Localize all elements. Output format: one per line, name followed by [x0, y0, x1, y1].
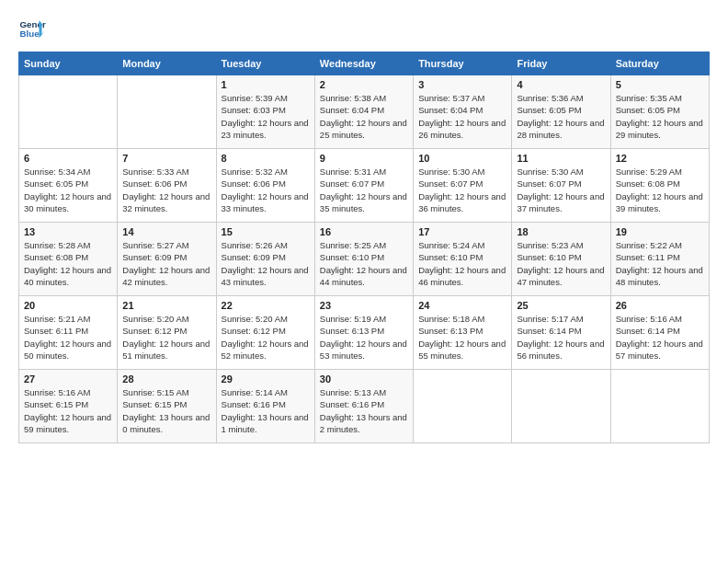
day-info: Sunrise: 5:30 AM Sunset: 6:07 PM Dayligh… [517, 166, 605, 214]
day-info: Sunrise: 5:19 AM Sunset: 6:13 PM Dayligh… [320, 313, 408, 362]
day-info: Sunrise: 5:35 AM Sunset: 6:05 PM Dayligh… [616, 92, 704, 141]
calendar-week-3: 13Sunrise: 5:28 AM Sunset: 6:08 PM Dayli… [19, 223, 710, 296]
calendar-cell: 14Sunrise: 5:27 AM Sunset: 6:09 PM Dayli… [118, 223, 216, 296]
calendar-week-1: 1Sunrise: 5:39 AM Sunset: 6:03 PM Daylig… [19, 75, 710, 149]
logo: General Blue [18, 15, 50, 42]
day-number: 26 [616, 300, 704, 311]
day-number: 3 [418, 79, 506, 90]
day-info: Sunrise: 5:27 AM Sunset: 6:09 PM Dayligh… [122, 239, 210, 288]
calendar-cell: 19Sunrise: 5:22 AM Sunset: 6:11 PM Dayli… [610, 223, 709, 296]
calendar-cell: 17Sunrise: 5:24 AM Sunset: 6:10 PM Dayli… [414, 223, 512, 296]
weekday-header-row: SundayMondayTuesdayWednesdayThursdayFrid… [19, 52, 710, 75]
day-number: 10 [418, 153, 506, 164]
calendar-cell: 26Sunrise: 5:16 AM Sunset: 6:14 PM Dayli… [610, 296, 709, 370]
calendar-cell: 1Sunrise: 5:39 AM Sunset: 6:03 PM Daylig… [216, 75, 314, 149]
day-info: Sunrise: 5:20 AM Sunset: 6:12 PM Dayligh… [122, 313, 210, 362]
calendar-cell: 30Sunrise: 5:13 AM Sunset: 6:16 PM Dayli… [314, 370, 413, 443]
calendar-cell: 3Sunrise: 5:37 AM Sunset: 6:04 PM Daylig… [414, 75, 512, 149]
calendar-cell [512, 370, 610, 443]
day-number: 1 [222, 79, 310, 90]
day-info: Sunrise: 5:38 AM Sunset: 6:04 PM Dayligh… [320, 92, 408, 141]
day-number: 8 [222, 153, 310, 164]
day-info: Sunrise: 5:29 AM Sunset: 6:08 PM Dayligh… [616, 166, 704, 214]
calendar-cell: 10Sunrise: 5:30 AM Sunset: 6:07 PM Dayli… [414, 149, 512, 223]
day-number: 27 [24, 373, 112, 385]
day-info: Sunrise: 5:37 AM Sunset: 6:04 PM Dayligh… [418, 92, 506, 141]
day-info: Sunrise: 5:36 AM Sunset: 6:05 PM Dayligh… [517, 92, 605, 141]
calendar-cell: 25Sunrise: 5:17 AM Sunset: 6:14 PM Dayli… [512, 296, 610, 370]
day-number: 17 [418, 226, 506, 237]
day-number: 30 [320, 373, 408, 385]
svg-text:General: General [20, 19, 47, 29]
day-info: Sunrise: 5:18 AM Sunset: 6:13 PM Dayligh… [418, 313, 506, 362]
day-number: 15 [222, 226, 310, 237]
day-number: 12 [616, 153, 704, 164]
day-info: Sunrise: 5:26 AM Sunset: 6:09 PM Dayligh… [222, 239, 310, 288]
day-number: 28 [122, 373, 210, 385]
weekday-header-wednesday: Wednesday [314, 52, 413, 75]
svg-text:Blue: Blue [20, 29, 40, 39]
day-number: 21 [122, 300, 210, 311]
day-number: 6 [24, 153, 112, 164]
weekday-header-thursday: Thursday [414, 52, 512, 75]
day-number: 11 [517, 153, 605, 164]
calendar-cell: 20Sunrise: 5:21 AM Sunset: 6:11 PM Dayli… [19, 296, 118, 370]
calendar-cell: 27Sunrise: 5:16 AM Sunset: 6:15 PM Dayli… [19, 370, 118, 443]
day-info: Sunrise: 5:30 AM Sunset: 6:07 PM Dayligh… [418, 166, 506, 214]
calendar-cell [610, 370, 709, 443]
weekday-header-monday: Monday [118, 52, 216, 75]
day-number: 13 [24, 226, 112, 237]
calendar-cell: 6Sunrise: 5:34 AM Sunset: 6:05 PM Daylig… [19, 149, 118, 223]
day-info: Sunrise: 5:24 AM Sunset: 6:10 PM Dayligh… [418, 239, 506, 288]
weekday-header-saturday: Saturday [610, 52, 709, 75]
day-info: Sunrise: 5:32 AM Sunset: 6:06 PM Dayligh… [222, 166, 310, 214]
day-info: Sunrise: 5:28 AM Sunset: 6:08 PM Dayligh… [24, 239, 112, 288]
calendar-cell: 4Sunrise: 5:36 AM Sunset: 6:05 PM Daylig… [512, 75, 610, 149]
calendar-cell: 29Sunrise: 5:14 AM Sunset: 6:16 PM Dayli… [216, 370, 314, 443]
day-info: Sunrise: 5:34 AM Sunset: 6:05 PM Dayligh… [24, 166, 112, 214]
day-number: 20 [24, 300, 112, 311]
day-info: Sunrise: 5:13 AM Sunset: 6:16 PM Dayligh… [320, 386, 408, 435]
day-info: Sunrise: 5:33 AM Sunset: 6:06 PM Dayligh… [122, 166, 210, 214]
day-number: 23 [320, 300, 408, 311]
calendar-table: SundayMondayTuesdayWednesdayThursdayFrid… [18, 52, 710, 443]
weekday-header-tuesday: Tuesday [216, 52, 314, 75]
day-number: 16 [320, 226, 408, 237]
calendar-cell: 11Sunrise: 5:30 AM Sunset: 6:07 PM Dayli… [512, 149, 610, 223]
day-number: 9 [320, 153, 408, 164]
day-info: Sunrise: 5:15 AM Sunset: 6:15 PM Dayligh… [122, 386, 210, 435]
calendar-cell: 24Sunrise: 5:18 AM Sunset: 6:13 PM Dayli… [414, 296, 512, 370]
day-number: 5 [616, 79, 704, 90]
day-info: Sunrise: 5:31 AM Sunset: 6:07 PM Dayligh… [320, 166, 408, 214]
header: General Blue [18, 15, 710, 42]
day-info: Sunrise: 5:39 AM Sunset: 6:03 PM Dayligh… [222, 92, 310, 141]
calendar-cell: 28Sunrise: 5:15 AM Sunset: 6:15 PM Dayli… [118, 370, 216, 443]
day-number: 14 [122, 226, 210, 237]
weekday-header-sunday: Sunday [19, 52, 118, 75]
day-info: Sunrise: 5:25 AM Sunset: 6:10 PM Dayligh… [320, 239, 408, 288]
day-number: 19 [616, 226, 704, 237]
calendar-cell: 8Sunrise: 5:32 AM Sunset: 6:06 PM Daylig… [216, 149, 314, 223]
day-info: Sunrise: 5:17 AM Sunset: 6:14 PM Dayligh… [517, 313, 605, 362]
day-number: 18 [517, 226, 605, 237]
weekday-header-friday: Friday [512, 52, 610, 75]
calendar-week-5: 27Sunrise: 5:16 AM Sunset: 6:15 PM Dayli… [19, 370, 710, 443]
calendar-cell: 22Sunrise: 5:20 AM Sunset: 6:12 PM Dayli… [216, 296, 314, 370]
calendar-cell: 18Sunrise: 5:23 AM Sunset: 6:10 PM Dayli… [512, 223, 610, 296]
day-info: Sunrise: 5:20 AM Sunset: 6:12 PM Dayligh… [222, 313, 310, 362]
day-info: Sunrise: 5:22 AM Sunset: 6:11 PM Dayligh… [616, 239, 704, 288]
calendar-cell: 23Sunrise: 5:19 AM Sunset: 6:13 PM Dayli… [314, 296, 413, 370]
calendar-cell: 13Sunrise: 5:28 AM Sunset: 6:08 PM Dayli… [19, 223, 118, 296]
calendar-cell: 9Sunrise: 5:31 AM Sunset: 6:07 PM Daylig… [314, 149, 413, 223]
day-info: Sunrise: 5:21 AM Sunset: 6:11 PM Dayligh… [24, 313, 112, 362]
day-info: Sunrise: 5:14 AM Sunset: 6:16 PM Dayligh… [222, 386, 310, 435]
day-number: 22 [222, 300, 310, 311]
calendar-cell: 7Sunrise: 5:33 AM Sunset: 6:06 PM Daylig… [118, 149, 216, 223]
calendar-cell [414, 370, 512, 443]
day-number: 25 [517, 300, 605, 311]
calendar-cell: 21Sunrise: 5:20 AM Sunset: 6:12 PM Dayli… [118, 296, 216, 370]
day-number: 24 [418, 300, 506, 311]
day-info: Sunrise: 5:16 AM Sunset: 6:15 PM Dayligh… [24, 386, 112, 435]
day-number: 7 [122, 153, 210, 164]
day-number: 2 [320, 79, 408, 90]
